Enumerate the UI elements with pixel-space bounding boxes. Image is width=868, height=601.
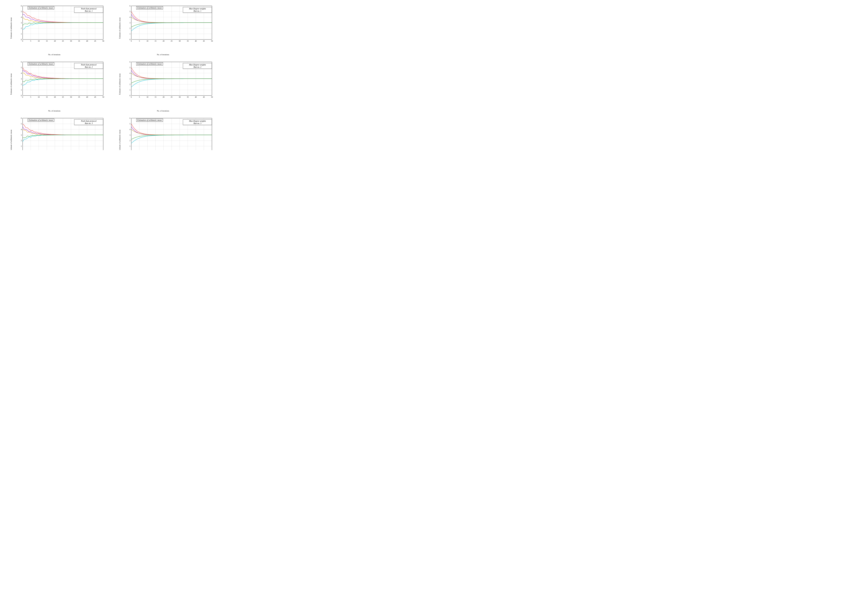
svg-text:50: 50 <box>102 40 104 42</box>
chart-grid: Estimate of arithmetic meanNo. of iterat… <box>0 0 217 150</box>
svg-text:30: 30 <box>179 96 181 98</box>
svg-text:25: 25 <box>62 40 64 42</box>
y-axis-label: Estimate of arithmetic mean <box>119 73 121 95</box>
svg-text:5: 5 <box>21 67 22 69</box>
svg-text:20: 20 <box>163 96 164 98</box>
svg-text:0: 0 <box>21 95 22 97</box>
svg-text:0: 0 <box>22 96 23 98</box>
svg-text:15: 15 <box>46 96 48 98</box>
svg-text:30: 30 <box>70 96 72 98</box>
svg-text:50: 50 <box>211 96 213 98</box>
svg-text:30: 30 <box>179 40 181 42</box>
svg-text:0: 0 <box>22 40 23 42</box>
svg-text:30: 30 <box>70 40 72 42</box>
x-axis-label: No. of iterations <box>157 53 169 56</box>
chart-6: Estimate of arithmetic meanNo. of iterat… <box>109 112 217 150</box>
svg-text:25: 25 <box>62 96 64 98</box>
svg-text:6: 6 <box>21 61 22 63</box>
svg-text:2: 2 <box>129 27 130 29</box>
x-axis-label: No. of iterations <box>157 110 169 112</box>
svg-text:4: 4 <box>129 16 131 18</box>
y-axis-label: Estimate of arithmetic mean <box>119 17 121 39</box>
chart-svg: 012345605101520253035404550Estimation of… <box>121 114 215 150</box>
svg-text:15: 15 <box>155 40 157 42</box>
svg-text:4: 4 <box>21 72 22 74</box>
svg-text:0: 0 <box>131 96 132 98</box>
svg-text:5: 5 <box>129 123 130 125</box>
svg-text:6: 6 <box>129 117 131 119</box>
svg-text:40: 40 <box>86 96 88 98</box>
y-axis-label: Estimate of arithmetic mean <box>119 130 121 150</box>
svg-text:45: 45 <box>94 40 96 42</box>
chart-1: Estimate of arithmetic meanNo. of iterat… <box>0 0 109 56</box>
svg-text:3: 3 <box>21 134 22 136</box>
svg-text:6: 6 <box>21 5 22 7</box>
svg-text:15: 15 <box>155 96 157 98</box>
svg-text:5: 5 <box>129 11 130 12</box>
chart-2: Estimate of arithmetic meanNo. of iterat… <box>109 0 217 56</box>
svg-text:25: 25 <box>171 96 173 98</box>
svg-text:0: 0 <box>129 38 130 41</box>
svg-text:50: 50 <box>211 40 213 42</box>
x-axis-label: No. of iterations <box>48 53 61 56</box>
svg-text:35: 35 <box>78 40 80 42</box>
svg-text:3: 3 <box>129 22 130 24</box>
svg-text:1: 1 <box>129 33 130 35</box>
svg-text:45: 45 <box>203 96 205 98</box>
svg-text:2: 2 <box>129 139 130 142</box>
svg-text:10: 10 <box>146 40 148 42</box>
svg-text:10: 10 <box>146 96 148 98</box>
svg-text:5: 5 <box>21 123 22 125</box>
chart-5: Estimate of arithmetic meanNo. of iterat… <box>0 112 109 150</box>
svg-text:0: 0 <box>131 40 132 42</box>
svg-text:5: 5 <box>30 40 31 42</box>
svg-text:40: 40 <box>195 40 197 42</box>
svg-text:5: 5 <box>21 11 22 12</box>
svg-text:2: 2 <box>21 139 22 142</box>
svg-text:2: 2 <box>129 84 130 85</box>
svg-text:1: 1 <box>21 89 22 91</box>
svg-text:3: 3 <box>21 78 22 80</box>
svg-text:1: 1 <box>129 145 130 147</box>
chart-svg: 012345605101520253035404550Estimation of… <box>12 58 107 104</box>
svg-text:40: 40 <box>86 40 88 42</box>
svg-text:5: 5 <box>139 40 140 42</box>
svg-text:6: 6 <box>21 117 22 119</box>
chart-4: Estimate of arithmetic meanNo. of iterat… <box>109 56 217 112</box>
y-axis-label: Estimate of arithmetic mean <box>10 73 12 95</box>
chart-svg: 012345605101520253035404550Estimation of… <box>121 2 215 48</box>
svg-text:0: 0 <box>129 95 130 97</box>
x-axis-label: No. of iterations <box>48 110 61 112</box>
svg-text:2: 2 <box>21 84 22 85</box>
svg-text:45: 45 <box>203 40 205 42</box>
svg-text:3: 3 <box>129 134 130 136</box>
svg-text:5: 5 <box>129 67 130 69</box>
svg-text:2: 2 <box>21 27 22 29</box>
y-axis-label: Estimate of arithmetic mean <box>10 130 12 150</box>
svg-text:50: 50 <box>102 96 104 98</box>
svg-text:15: 15 <box>46 40 48 42</box>
svg-text:4: 4 <box>129 72 131 74</box>
svg-text:10: 10 <box>38 96 40 98</box>
svg-text:35: 35 <box>187 96 189 98</box>
chart-3: Estimate of arithmetic meanNo. of iterat… <box>0 56 109 112</box>
svg-text:20: 20 <box>163 40 164 42</box>
svg-text:4: 4 <box>21 16 22 18</box>
svg-text:4: 4 <box>129 128 131 130</box>
svg-text:5: 5 <box>30 96 31 98</box>
svg-text:40: 40 <box>195 96 197 98</box>
svg-text:20: 20 <box>54 40 56 42</box>
svg-text:10: 10 <box>38 40 40 42</box>
svg-text:20: 20 <box>54 96 56 98</box>
svg-text:3: 3 <box>129 78 130 80</box>
y-axis-label: Estimate of arithmetic mean <box>10 17 12 39</box>
svg-text:6: 6 <box>129 61 131 63</box>
svg-text:1: 1 <box>21 33 22 35</box>
svg-text:45: 45 <box>94 96 96 98</box>
svg-text:35: 35 <box>78 96 80 98</box>
chart-svg: 012345605101520253035404550Estimation of… <box>121 58 215 104</box>
svg-text:4: 4 <box>21 128 22 130</box>
svg-text:1: 1 <box>129 89 130 91</box>
svg-text:5: 5 <box>139 96 140 98</box>
svg-text:6: 6 <box>129 5 131 7</box>
